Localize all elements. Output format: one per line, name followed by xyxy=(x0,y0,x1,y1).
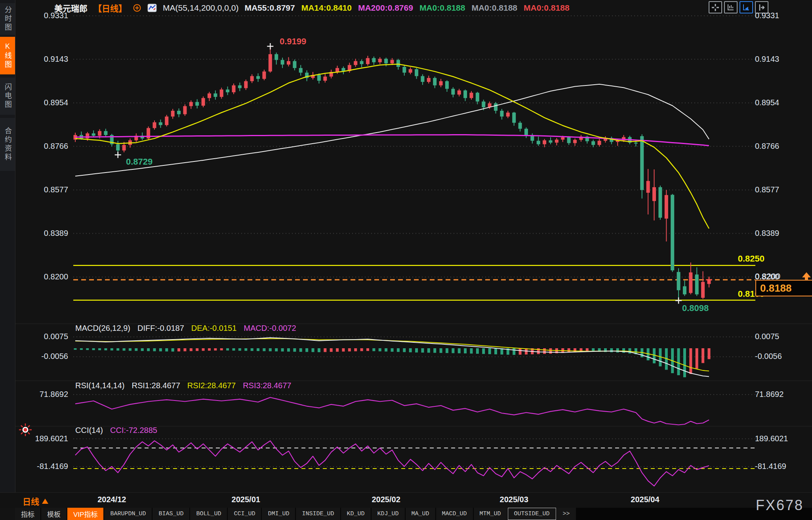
ma-value: MA14:0.8410 xyxy=(301,3,352,13)
sidebar-item-2[interactable]: K线图 xyxy=(0,37,15,74)
rsi-line xyxy=(75,397,709,425)
x-axis-month-label: 2025/04 xyxy=(631,495,659,504)
auto-scale-icon[interactable] xyxy=(740,1,753,13)
candle xyxy=(293,61,296,68)
candle xyxy=(549,140,552,143)
sidebar-item-3[interactable]: 闪电图 xyxy=(0,78,15,115)
macd-histogram-bar xyxy=(433,348,436,353)
macd-dea-value: DEA:-0.0151 xyxy=(191,324,237,333)
indicator-tab-1[interactable]: 指标 xyxy=(15,508,40,520)
indicator-tab-8[interactable]: DMI_UD xyxy=(262,508,295,520)
indicator-tab-16[interactable]: >> xyxy=(557,508,576,520)
candle xyxy=(646,181,650,193)
candle xyxy=(695,275,699,294)
candle xyxy=(451,89,455,95)
indicator-tab-12[interactable]: MA_UD xyxy=(406,508,435,520)
candle xyxy=(202,98,205,106)
ma14-line xyxy=(75,64,709,229)
macd-histogram-bar xyxy=(494,348,497,354)
x-axis-month-label: 2025/01 xyxy=(232,495,260,504)
triangle-up-icon xyxy=(42,499,48,504)
candle xyxy=(482,102,485,108)
candle xyxy=(677,272,680,290)
macd-histogram-bar xyxy=(98,348,101,350)
macd-histogram-bar xyxy=(257,348,259,351)
macd-value: MACD:-0.0072 xyxy=(244,324,296,333)
rsi-title: RSI(14,14,14) xyxy=(75,381,125,390)
candle xyxy=(220,89,223,97)
indicator-tab-4[interactable]: BARUPDN_UD xyxy=(104,508,152,520)
y-axis-label-left: 0.8577 xyxy=(16,185,68,194)
crosshair-add-icon[interactable] xyxy=(133,4,141,12)
macd-histogram-bar xyxy=(586,348,589,351)
macd-histogram-bar xyxy=(342,348,345,351)
macd-histogram-bar xyxy=(372,348,375,351)
high-marker-cross xyxy=(267,43,273,49)
candle xyxy=(671,195,674,270)
macd-histogram-bar xyxy=(519,348,522,355)
period-selector[interactable]: 日线 xyxy=(23,495,48,507)
indicator-tab-14[interactable]: MTM_UD xyxy=(474,508,507,520)
macd-histogram-bar xyxy=(159,348,162,351)
y-axis-label-right: 71.8692 xyxy=(755,390,783,399)
macd-histogram-bar xyxy=(220,348,223,350)
indicator-tab-10[interactable]: KD_UD xyxy=(341,508,371,520)
candle xyxy=(573,140,577,143)
candle xyxy=(122,145,126,150)
macd-histogram-bar xyxy=(366,348,369,351)
indicator-tab-2[interactable]: 模板 xyxy=(41,508,67,520)
candle xyxy=(213,93,217,97)
macd-histogram-bar xyxy=(574,348,576,352)
y-axis-label-right: 0.0075 xyxy=(755,332,779,341)
candle xyxy=(98,131,101,136)
candle xyxy=(287,61,290,65)
indicator-tab-3[interactable]: VIP指标 xyxy=(67,508,103,520)
pan-crosshair-icon[interactable] xyxy=(709,1,722,13)
y-axis-label-left: -0.0056 xyxy=(16,352,68,361)
indicator-tab-11[interactable]: KDJ_UD xyxy=(372,508,405,520)
macd-histogram-bar xyxy=(177,348,180,351)
sidebar-item-4[interactable]: 合约资料 xyxy=(0,118,15,171)
indicator-tab-7[interactable]: CCI_UD xyxy=(228,508,261,520)
low-marker-cross xyxy=(115,152,121,158)
macd-histogram-bar xyxy=(275,348,278,351)
trading-app: 分时图K线图闪电图合约资料 美元瑞郎 【日线】 MA(55,14,200,0,0… xyxy=(0,0,812,520)
macd-histogram-bar xyxy=(324,348,326,352)
axis-scale-icon[interactable] xyxy=(724,1,738,13)
candle xyxy=(506,113,510,117)
candle xyxy=(366,58,370,64)
indicator-tab-13[interactable]: MACD_UD xyxy=(436,508,473,520)
candle xyxy=(226,89,229,92)
chart-type-icon[interactable] xyxy=(147,4,157,12)
macd-histogram-bar xyxy=(689,348,692,374)
indicator-tab-6[interactable]: BOLL_UD xyxy=(190,508,227,520)
sidebar-item-1[interactable]: 分时图 xyxy=(0,3,15,35)
candle xyxy=(555,140,558,143)
rsi-panel-header: RSI(14,14,14) RSI1:28.4677 RSI2:28.4677 … xyxy=(75,381,292,390)
candle xyxy=(402,67,406,73)
macd-histogram-bar xyxy=(293,348,296,352)
period-label: 日线 xyxy=(23,495,39,507)
watermark: FX678 xyxy=(756,497,804,514)
candle xyxy=(341,68,345,71)
macd-histogram-bar xyxy=(135,348,137,351)
macd-histogram-bar xyxy=(116,348,119,351)
macd-histogram-bar xyxy=(281,348,284,351)
macd-diff-value: DIFF:-0.0187 xyxy=(137,324,184,333)
macd-histogram-bar xyxy=(141,348,144,351)
candle xyxy=(567,137,571,143)
indicator-tab-15[interactable]: OUTSIDE_UD xyxy=(508,508,556,520)
y-axis-label-right: 0.8766 xyxy=(755,142,779,151)
candle xyxy=(232,85,235,93)
macd-histogram-bar xyxy=(403,348,406,352)
macd-histogram-bar xyxy=(190,348,193,351)
y-axis-label-left: 0.9143 xyxy=(16,55,68,64)
candle xyxy=(494,103,497,111)
indicator-tab-9[interactable]: INSIDE_UD xyxy=(296,508,340,520)
macd-histogram-bar xyxy=(147,348,150,351)
candle xyxy=(427,78,431,82)
y-axis-label-right: 0.8577 xyxy=(755,185,779,194)
indicator-tab-5[interactable]: BIAS_UD xyxy=(152,508,189,520)
y-axis-label-left: 0.8954 xyxy=(16,98,68,107)
macd-histogram-bar xyxy=(92,348,95,350)
